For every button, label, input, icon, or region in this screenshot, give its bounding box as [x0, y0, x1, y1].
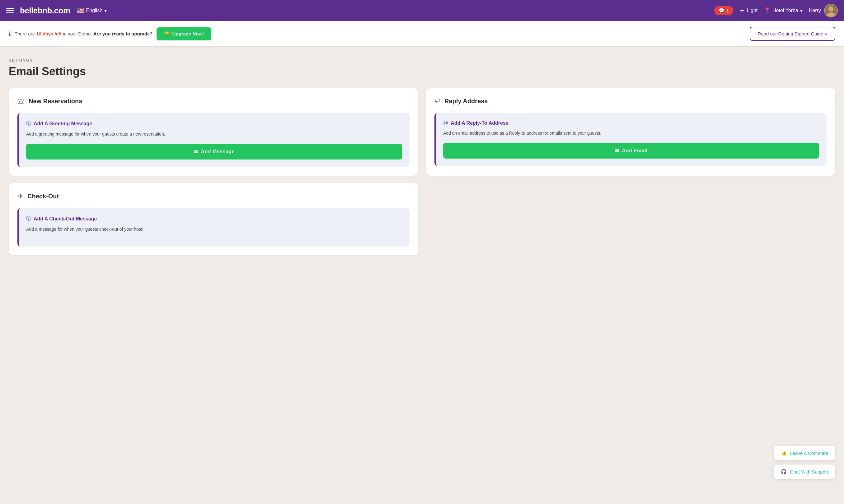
days-left: 16 days left [36, 31, 62, 36]
notifications-button[interactable]: 💬 1 [714, 6, 733, 15]
card-header-check-out: ✈ Check-Out [17, 192, 410, 200]
notification-count: 1 [726, 8, 729, 13]
thumbs-up-icon: 👍 [781, 450, 787, 456]
chat-support-button[interactable]: 🎧 Chat With Support [774, 464, 835, 479]
card-header-reply-address: ↩ Reply Address [434, 97, 827, 105]
add-email-label: Add Email [622, 148, 648, 154]
card-new-reservations: 🛎 New Reservations ⓘ Add A Greeting Mess… [9, 88, 418, 176]
avatar [824, 4, 838, 17]
inner-desc-reply-address: Add an email address to use as a Reply-t… [443, 130, 819, 137]
chat-icon: 💬 [719, 8, 724, 13]
banner-cta-text: Are you ready to upgrade? [93, 31, 153, 36]
getting-started-button[interactable]: Read our Getting Started Guide » [750, 27, 835, 41]
language-selector[interactable]: 🇺🇸 English ▾ [76, 7, 107, 14]
upgrade-label: Upgrade Now! [172, 31, 204, 36]
guide-label: Read our Getting Started Guide » [758, 31, 827, 36]
chat-support-label: Chat With Support [790, 469, 828, 474]
chevron-down-icon: ▾ [800, 8, 803, 14]
navbar: bellebnb.com 🇺🇸 English ▾ 💬 1 ☀ Light 📍 … [0, 0, 844, 21]
page-content: SETTINGS Email Settings 🛎 New Reservatio… [0, 47, 844, 274]
card-inner-check-out: ⓘ Add A Check-Out Message Add a message … [17, 208, 410, 246]
info-circle-icon: ⓘ [26, 120, 31, 127]
flag-icon: 🇺🇸 [76, 7, 84, 14]
leave-comment-label: Leave A Comment [790, 451, 828, 456]
location-icon: 📍 [764, 7, 771, 14]
user-menu[interactable]: Harry [809, 4, 838, 17]
chevron-down-icon: ▾ [104, 8, 107, 14]
add-message-button[interactable]: ✉ Add Message [26, 144, 402, 160]
light-mode-toggle[interactable]: ☀ Light [739, 7, 757, 14]
info-icon: ℹ [9, 31, 11, 37]
inner-title-new-reservations: Add A Greeting Message [34, 121, 92, 127]
user-name: Harry [809, 8, 821, 13]
hamburger-menu[interactable] [6, 8, 14, 13]
banner-suffix: in your Demo. [62, 31, 93, 36]
upgrade-button[interactable]: 🏆 Upgrade Now! [157, 28, 212, 40]
inner-desc-new-reservations: Add a greeting message for when your gue… [26, 131, 402, 138]
reply-icon: ↩ [434, 97, 441, 105]
info-circle-icon-2: ⓘ [26, 215, 31, 222]
card-title-check-out: Check-Out [28, 193, 59, 200]
inner-desc-check-out: Add a message for when your guests check… [26, 226, 402, 233]
demo-banner: ℹ There are 16 days left in your Demo. A… [0, 21, 844, 47]
add-email-button[interactable]: ✉ Add Email [443, 143, 819, 159]
svg-point-1 [828, 6, 833, 11]
hotel-name: Hotel Yorba [772, 8, 798, 13]
card-inner-new-reservations: ⓘ Add A Greeting Message Add a greeting … [17, 113, 410, 167]
leave-comment-button[interactable]: 👍 Leave A Comment [774, 446, 835, 461]
language-label: English [86, 8, 102, 13]
sun-icon: ☀ [739, 7, 744, 14]
banner-text: There are 16 days left in your Demo. Are… [15, 31, 153, 36]
envelope-icon: ✉ [615, 148, 619, 154]
card-check-out: ✈ Check-Out ⓘ Add A Check-Out Message Ad… [9, 183, 418, 255]
bell-icon: 🛎 [17, 97, 25, 105]
airplane-icon: ✈ [17, 192, 24, 200]
banner-prefix: There are [15, 31, 36, 36]
cards-grid: 🛎 New Reservations ⓘ Add A Greeting Mess… [9, 88, 835, 255]
card-header-new-reservations: 🛎 New Reservations [17, 97, 410, 105]
card-title-new-reservations: New Reservations [29, 97, 82, 105]
inner-title-reply-address: Add A Reply-To Address [451, 120, 509, 126]
card-title-reply-address: Reply Address [444, 97, 488, 105]
envelope-icon: ✉ [193, 149, 198, 155]
hotel-selector[interactable]: 📍 Hotel Yorba ▾ [764, 7, 803, 14]
headset-icon: 🎧 [781, 469, 787, 474]
floating-buttons: 👍 Leave A Comment 🎧 Chat With Support [774, 446, 835, 479]
trophy-icon: 🏆 [164, 31, 170, 37]
light-label: Light [746, 8, 757, 13]
inner-title-check-out: Add A Check-Out Message [34, 216, 97, 222]
section-label: SETTINGS [9, 58, 835, 62]
card-reply-address: ↩ Reply Address @ Add A Reply-To Address… [426, 88, 835, 176]
site-logo: bellebnb.com [20, 6, 70, 16]
at-icon: @ [443, 120, 448, 126]
page-title: Email Settings [9, 65, 835, 78]
add-message-label: Add Message [201, 149, 235, 155]
card-inner-reply-address: @ Add A Reply-To Address Add an email ad… [434, 113, 827, 166]
